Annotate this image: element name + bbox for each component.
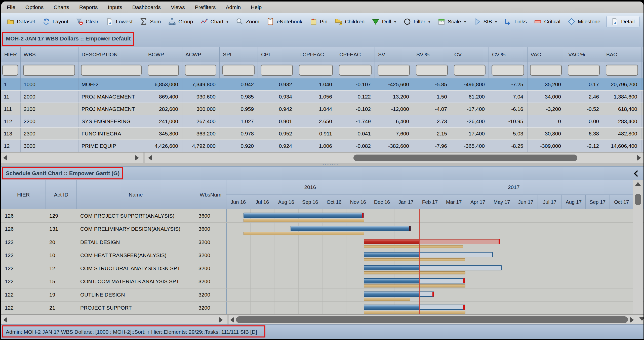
menu-item-inputs[interactable]: Inputs (107, 3, 123, 11)
filter-input-spi[interactable] (222, 65, 255, 76)
toolbar-button-enotebook[interactable]: eNotebook (265, 17, 304, 27)
gantt-bar[interactable] (364, 305, 465, 310)
column-header-acwp[interactable]: ACWP (182, 47, 220, 62)
menu-item-admin[interactable]: Admin (225, 3, 242, 11)
gantt-scroll-left-icon[interactable] (230, 317, 234, 323)
toolbar-button-critical[interactable]: Critical (533, 17, 562, 27)
toolbar-button-filter[interactable]: Filter▾ (402, 17, 432, 27)
gantt-bar[interactable] (364, 239, 501, 244)
filter-input-bac[interactable] (606, 65, 638, 76)
filter-input-description[interactable] (81, 65, 142, 76)
column-header-spi[interactable]: SPI (220, 47, 258, 62)
gantt-month-header-nov-16[interactable]: Nov 16 (346, 195, 370, 209)
gantt-month-header-oct-17[interactable]: Oct 17 (610, 195, 634, 209)
gantt-month-header-may-17[interactable]: May 17 (490, 195, 514, 209)
filter-input-cv[interactable] (492, 65, 524, 76)
column-header-cv[interactable]: CV % (489, 47, 528, 62)
gantt-month-header-jun-16[interactable]: Jun 16 (226, 195, 250, 209)
table-row[interactable]: 11000MOH-26,853,0007,349,8000.9420.9321.… (1, 78, 643, 91)
scroll-up-arrow-icon[interactable] (635, 182, 641, 186)
toolbar-button-layout[interactable]: Layout (41, 17, 70, 27)
toolbar-button-sib[interactable]: SIB▾ (472, 17, 499, 27)
gantt-column-header-wbsnum[interactable]: WbsNum (195, 180, 226, 209)
toolbar-button-dataset[interactable]: Dataset (5, 17, 36, 27)
column-header-vac[interactable]: VAC (528, 47, 565, 62)
gantt-scroll-thumb[interactable] (236, 316, 628, 323)
wbs-scroll-left-icon[interactable] (148, 155, 152, 161)
column-header-wbs[interactable]: WBS (21, 47, 78, 62)
gantt-month-header-oct-16[interactable]: Oct 16 (322, 195, 346, 209)
menu-item-charts[interactable]: Charts (53, 3, 70, 11)
menu-item-file[interactable]: File (6, 3, 16, 11)
scroll-down-arrow-icon[interactable] (639, 317, 643, 321)
gantt-bar[interactable] (364, 265, 502, 270)
menu-item-views[interactable]: Views (170, 3, 185, 11)
filter-input-acwp[interactable] (185, 65, 216, 76)
collapse-gantt-icon[interactable] (634, 170, 640, 177)
column-header-hier[interactable]: HIER (1, 47, 21, 62)
filter-input-sv[interactable] (416, 65, 448, 76)
gantt-scroll-right-icon[interactable] (630, 317, 634, 323)
menu-item-prefilters[interactable]: Prefilters (194, 3, 216, 11)
toolbar-button-scale[interactable]: Scale▾ (436, 17, 468, 27)
wbs-frozen-scroll-left-icon[interactable] (3, 155, 7, 161)
gantt-frozen-scroll-left-icon[interactable] (3, 317, 7, 323)
filter-input-cpi[interactable] (261, 65, 293, 76)
toolbar-button-drill[interactable]: Drill▾ (370, 17, 397, 27)
gantt-month-header-jul-16[interactable]: Jul 16 (250, 195, 274, 209)
filter-input-wbs[interactable] (23, 65, 75, 76)
menu-item-reports[interactable]: Reports (79, 3, 98, 11)
toolbar-button-group[interactable]: Group (167, 17, 194, 27)
column-header-description[interactable]: DESCRIPTION (78, 47, 145, 62)
toolbar-button-sum[interactable]: Sum (138, 17, 162, 27)
gantt-horizontal-scrollbar[interactable] (1, 314, 643, 325)
toolbar-button-links[interactable]: Links (503, 17, 528, 27)
gantt-month-header-sep-17[interactable]: Sep 17 (586, 195, 610, 209)
gantt-month-header-sep-16[interactable]: Sep 16 (298, 195, 322, 209)
vertical-scroll-thumb[interactable] (635, 194, 641, 205)
gantt-month-header-apr-17[interactable]: Apr 17 (466, 195, 490, 209)
toolbar-button-zoom[interactable]: Zoom (234, 17, 261, 27)
gantt-bar[interactable] (244, 213, 364, 218)
filter-input-cpi-eac[interactable] (339, 65, 372, 76)
wbs-horizontal-scrollbar[interactable] (1, 152, 643, 163)
gantt-bar[interactable] (364, 292, 434, 297)
menu-item-help[interactable]: Help (250, 3, 262, 11)
gantt-bar[interactable] (364, 278, 465, 283)
toolbar-button-detail[interactable]: Detail (606, 16, 639, 27)
filter-input-bcwp[interactable] (148, 65, 179, 76)
gantt-frozen-scroll-right-icon[interactable] (219, 317, 223, 323)
table-row[interactable]: 1132300FUNC INTEGRA345,800363,2000.9780.… (1, 128, 643, 140)
gantt-column-header-hier[interactable]: HIER (1, 180, 46, 209)
gantt-month-header-jul-17[interactable]: Jul 17 (538, 195, 562, 209)
toolbar-button-lowest[interactable]: Lowest (104, 17, 134, 27)
column-header-cv[interactable]: CV (451, 47, 489, 62)
menu-item-options[interactable]: Options (25, 3, 44, 11)
filter-input-vac[interactable] (530, 65, 562, 76)
gantt-month-header-mar-17[interactable]: Mar 17 (442, 195, 466, 209)
table-row[interactable]: 1112100PROJ MANAGEMENT282,600300,0000.95… (1, 103, 643, 115)
filter-input-hier[interactable] (2, 65, 18, 76)
column-header-bcwp[interactable]: BCWP (145, 47, 182, 62)
toolbar-button-pin[interactable]: Pin (308, 17, 329, 27)
gantt-month-header-aug-17[interactable]: Aug 17 (562, 195, 586, 209)
gantt-column-header-act-id[interactable]: Act ID (46, 180, 77, 209)
menu-item-dashboards[interactable]: Dashboards (132, 3, 161, 11)
gantt-bar[interactable] (364, 252, 493, 257)
gantt-month-header-aug-16[interactable]: Aug 16 (274, 195, 298, 209)
splitter-grip-icon[interactable] (323, 164, 338, 165)
column-header-vac[interactable]: VAC % (565, 47, 603, 62)
filter-input-vac[interactable] (568, 65, 600, 76)
filter-input-cv[interactable] (454, 65, 486, 76)
gantt-month-header-jan-17[interactable]: Jan 17 (394, 195, 418, 209)
column-header-tcpi-eac[interactable]: TCPI-EAC (296, 47, 336, 62)
table-row[interactable]: 1122200SYS ENGINEERING241,000267,4001.02… (1, 115, 643, 128)
column-header-sv[interactable]: SV (375, 47, 413, 62)
toolbar-button-milestone[interactable]: Milestone (566, 17, 602, 27)
toolbar-button-children[interactable]: Children (333, 17, 366, 27)
gantt-month-header-dec-16[interactable]: Dec 16 (370, 195, 394, 209)
filter-input-tcpi-eac[interactable] (299, 65, 333, 76)
gantt-column-header-name[interactable]: Name (77, 180, 195, 209)
filter-input-sv[interactable] (378, 65, 410, 76)
gantt-month-header-jun-17[interactable]: Jun 17 (514, 195, 538, 209)
